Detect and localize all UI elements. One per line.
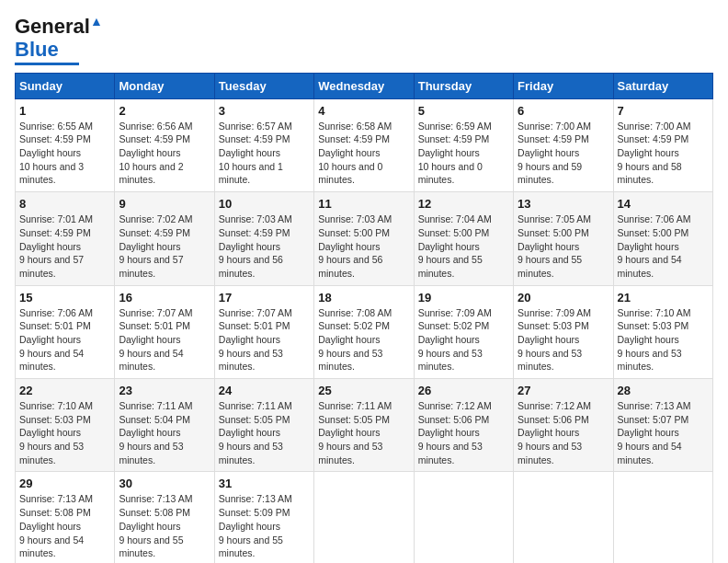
sunrise-label: Sunrise: 6:58 AM [318,121,392,132]
day-number: 6 [518,104,609,118]
calendar-cell: 16 Sunrise: 7:07 AM Sunset: 5:01 PM Dayl… [115,285,214,378]
daylight-value: 9 hours and 56 minutes. [318,254,382,279]
day-number: 15 [19,291,110,304]
daylight-label: Daylight hours [19,241,81,252]
sunrise-label: Sunrise: 7:09 AM [518,307,591,318]
sunrise-label: Sunrise: 7:07 AM [119,307,192,318]
sunrise-label: Sunrise: 7:01 AM [19,213,93,224]
day-info: Sunrise: 7:07 AM Sunset: 5:01 PM Dayligh… [119,306,210,373]
daylight-value: 9 hours and 54 minutes. [618,254,682,279]
day-info: Sunrise: 7:01 AM Sunset: 4:59 PM Dayligh… [19,213,110,280]
sunset-label: Sunset: 5:06 PM [418,414,490,425]
day-number: 11 [318,197,409,211]
sunrise-label: Sunrise: 7:08 AM [318,307,392,318]
daylight-label: Daylight hours [119,427,180,438]
day-info: Sunrise: 7:10 AM Sunset: 5:03 PM Dayligh… [19,399,110,466]
sunrise-label: Sunrise: 7:00 AM [518,121,591,132]
daylight-label: Daylight hours [219,521,280,532]
day-number: 21 [618,291,709,304]
sunset-label: Sunset: 4:59 PM [19,227,91,238]
day-number: 20 [518,291,609,304]
sunrise-label: Sunrise: 7:02 AM [119,213,192,224]
calendar-cell: 12 Sunrise: 7:04 AM Sunset: 5:00 PM Dayl… [414,192,513,285]
sunrise-label: Sunrise: 7:13 AM [119,493,192,504]
sunset-label: Sunset: 5:00 PM [318,227,390,238]
daylight-label: Daylight hours [318,241,380,252]
day-info: Sunrise: 7:05 AM Sunset: 5:00 PM Dayligh… [518,213,609,280]
sunrise-label: Sunrise: 7:12 AM [418,400,492,411]
logo: General▲ Blue [15,15,103,65]
sunrise-label: Sunrise: 7:13 AM [19,493,93,504]
sunset-label: Sunset: 5:01 PM [219,320,290,331]
calendar-cell: 3 Sunrise: 6:57 AM Sunset: 4:59 PM Dayli… [214,98,313,191]
daylight-label: Daylight hours [318,147,380,158]
sunset-label: Sunset: 5:03 PM [518,320,589,331]
day-number: 7 [618,104,709,118]
daylight-value: 9 hours and 53 minutes. [618,348,682,373]
daylight-label: Daylight hours [418,147,480,158]
daylight-value: 9 hours and 53 minutes. [219,348,283,373]
day-info: Sunrise: 6:59 AM Sunset: 4:59 PM Dayligh… [418,120,509,187]
daylight-value: 9 hours and 53 minutes. [418,441,483,465]
sunset-label: Sunset: 5:00 PM [618,227,689,238]
weekday-header-row: SundayMondayTuesdayWednesdayThursdayFrid… [16,73,713,98]
sunset-label: Sunset: 4:59 PM [318,133,390,144]
page-header: General▲ Blue [15,15,713,65]
daylight-value: 9 hours and 53 minutes. [418,348,483,373]
day-number: 24 [219,384,310,397]
day-number: 23 [119,384,210,397]
sunset-label: Sunset: 5:01 PM [19,320,91,331]
day-info: Sunrise: 7:09 AM Sunset: 5:03 PM Dayligh… [518,306,609,373]
calendar-cell: 27 Sunrise: 7:12 AM Sunset: 5:06 PM Dayl… [514,379,613,472]
sunrise-label: Sunrise: 7:11 AM [318,400,392,411]
day-info: Sunrise: 6:58 AM Sunset: 4:59 PM Dayligh… [318,120,409,187]
daylight-label: Daylight hours [318,427,380,438]
daylight-label: Daylight hours [219,147,280,158]
calendar-cell: 7 Sunrise: 7:00 AM Sunset: 4:59 PM Dayli… [613,98,712,191]
daylight-value: 10 hours and 0 minutes. [418,161,483,186]
day-info: Sunrise: 7:13 AM Sunset: 5:09 PM Dayligh… [219,492,310,559]
daylight-label: Daylight hours [618,334,679,345]
daylight-label: Daylight hours [19,521,81,532]
calendar-cell: 18 Sunrise: 7:08 AM Sunset: 5:02 PM Dayl… [314,285,414,378]
day-number: 3 [219,104,310,118]
calendar-cell: 11 Sunrise: 7:03 AM Sunset: 5:00 PM Dayl… [314,192,414,285]
sunrise-label: Sunrise: 7:11 AM [119,400,192,411]
sunrise-label: Sunrise: 7:10 AM [618,307,691,318]
sunset-label: Sunset: 5:09 PM [219,507,290,518]
daylight-value: 9 hours and 57 minutes. [119,254,183,279]
sunset-label: Sunset: 4:59 PM [19,133,91,144]
day-number: 13 [518,197,609,211]
calendar-cell: 24 Sunrise: 7:11 AM Sunset: 5:05 PM Dayl… [214,379,313,472]
daylight-label: Daylight hours [418,334,480,345]
daylight-value: 10 hours and 0 minutes. [318,161,382,186]
calendar-week-row: 8 Sunrise: 7:01 AM Sunset: 4:59 PM Dayli… [16,192,713,285]
sunset-label: Sunset: 5:08 PM [119,507,190,518]
calendar-cell: 2 Sunrise: 6:56 AM Sunset: 4:59 PM Dayli… [115,98,214,191]
daylight-label: Daylight hours [418,241,480,252]
daylight-label: Daylight hours [418,427,480,438]
sunrise-label: Sunrise: 7:00 AM [618,121,691,132]
day-number: 31 [219,477,310,490]
daylight-value: 9 hours and 54 minutes. [618,441,682,465]
day-number: 25 [318,384,409,397]
day-info: Sunrise: 7:07 AM Sunset: 5:01 PM Dayligh… [219,306,310,373]
sunrise-label: Sunrise: 7:04 AM [418,213,492,224]
calendar-week-row: 1 Sunrise: 6:55 AM Sunset: 4:59 PM Dayli… [16,98,713,191]
daylight-value: 9 hours and 53 minutes. [318,441,382,465]
calendar-cell: 8 Sunrise: 7:01 AM Sunset: 4:59 PM Dayli… [16,192,115,285]
calendar-cell: 6 Sunrise: 7:00 AM Sunset: 4:59 PM Dayli… [514,98,613,191]
daylight-label: Daylight hours [618,147,679,158]
daylight-label: Daylight hours [119,521,180,532]
day-number: 4 [318,104,409,118]
day-info: Sunrise: 7:06 AM Sunset: 5:00 PM Dayligh… [618,213,709,280]
day-info: Sunrise: 7:08 AM Sunset: 5:02 PM Dayligh… [318,306,409,373]
daylight-value: 9 hours and 54 minutes. [19,348,84,373]
daylight-value: 10 hours and 3 minutes. [19,161,84,186]
day-number: 9 [119,197,210,211]
day-info: Sunrise: 7:00 AM Sunset: 4:59 PM Dayligh… [518,120,609,187]
day-info: Sunrise: 6:56 AM Sunset: 4:59 PM Dayligh… [119,120,210,187]
sunrise-label: Sunrise: 6:57 AM [219,121,292,132]
calendar-cell: 29 Sunrise: 7:13 AM Sunset: 5:08 PM Dayl… [16,472,115,563]
daylight-label: Daylight hours [219,241,280,252]
